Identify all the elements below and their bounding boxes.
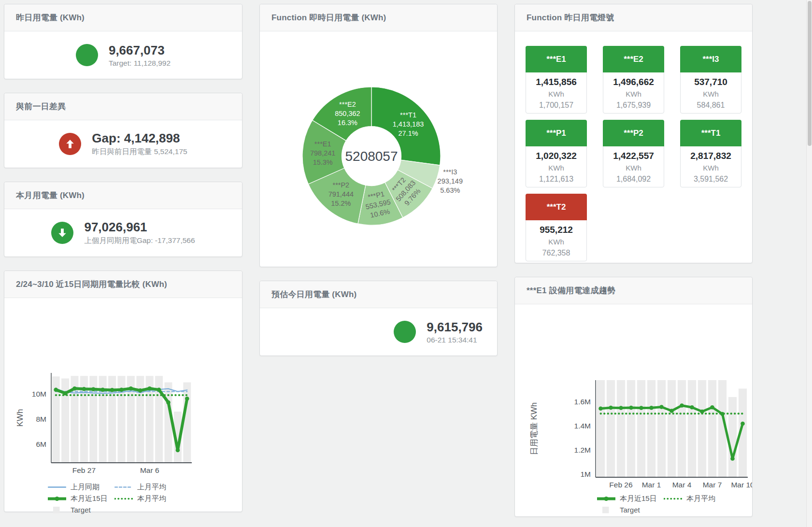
card-header: 2/24~3/10 近15日同期用電量比較 (KWh) [4, 271, 242, 298]
donut-label-line: 27.1% [398, 129, 418, 137]
legend-swatch-solid-icon [48, 484, 66, 491]
donut-label-line: ***I3 [443, 168, 457, 176]
tile-value: 1,422,557 [603, 150, 664, 162]
tile-value: 2,817,832 [681, 150, 741, 162]
tile-target-value: 584,861 [681, 100, 741, 111]
legend-label: 本月平均 [137, 494, 166, 503]
tile-target-value: 1,684,092 [603, 173, 664, 185]
tile-unit: KWh [681, 88, 741, 100]
target-bar [728, 397, 737, 477]
arrow-shape [67, 140, 74, 148]
scrollbar[interactable] [806, 0, 812, 527]
y-tick-label: 1M [580, 470, 591, 478]
chart-legend: 上月同期上月平均本月近15日本月平均Target [4, 478, 242, 514]
legend-swatch-thick-icon [48, 495, 66, 502]
kpi-subtitle: Target: 11,128,992 [109, 59, 171, 68]
donut-label-line: 15.3% [313, 158, 333, 166]
tile-label: ***T2 [526, 194, 587, 220]
legend-item-本月平均[interactable]: 本月平均 [664, 494, 730, 503]
chart-legend: 本月近15日本月平均Target [515, 490, 752, 514]
target-bar [647, 380, 655, 477]
energy-dashboard: 昨日用電量 (KWh) 9,667,073 Target: 11,128,992… [0, 0, 812, 527]
legend-item-Target[interactable]: Target [48, 506, 114, 514]
target-bar [688, 380, 696, 477]
donut-label-line: ***E2 [339, 100, 356, 108]
tile-unit: KWh [526, 162, 586, 173]
series-marker [176, 448, 180, 453]
series-marker [710, 405, 714, 410]
tile-body: 2,817,832KWh3,591,562 [681, 146, 741, 185]
tile-label: ***I3 [680, 46, 741, 72]
y-tick-label: 1.6M [574, 398, 591, 406]
x-tick-label: Feb 27 [72, 466, 96, 474]
kpi-value: Gap: 4,142,898 [92, 131, 187, 145]
target-bar [678, 380, 686, 477]
status-tile: ***P21,422,557KWh1,684,092 [603, 120, 664, 187]
tile-value: 1,020,322 [526, 150, 586, 162]
tile-value: 1,496,662 [603, 76, 664, 88]
legend-label: Target [620, 506, 640, 514]
series-marker [100, 388, 105, 392]
kpi-text: Gap: 4,142,898 昨日與前日用電量 5,524,175 [92, 131, 187, 157]
tile-unit: KWh [526, 236, 586, 247]
legend-item-上月同期[interactable]: 上月同期 [48, 483, 114, 492]
kpi-body: Gap: 4,142,898 昨日與前日用電量 5,524,175 [4, 120, 242, 168]
series-marker [741, 422, 745, 426]
legend-item-本月近15日[interactable]: 本月近15日 [597, 494, 664, 503]
donut-slice-label: ***I3293,1495.63% [438, 168, 463, 194]
kpi-body: 9,667,073 Target: 11,128,992 [4, 31, 242, 79]
card-title: Function 即時日用電量 (KWh) [271, 12, 386, 23]
kpi-text: 9,667,073 Target: 11,128,992 [109, 43, 171, 68]
legend-marker [55, 497, 59, 501]
status-tiles-grid: ***E11,415,856KWh1,700,157***E21,496,662… [515, 31, 752, 261]
tile-body: 537,710KWh584,861 [681, 72, 741, 111]
target-bar [698, 380, 706, 477]
left-column: 昨日用電量 (KWh) 9,667,073 Target: 11,128,992… [4, 4, 242, 526]
series-marker [639, 406, 643, 410]
legend-box [53, 507, 60, 513]
kpi-subtitle: 06-21 15:34:41 [427, 336, 483, 344]
status-circle-icon [394, 321, 416, 343]
legend-label: 上月平均 [137, 483, 166, 492]
up-arrow-glyph [64, 138, 76, 150]
kpi-subtitle: 上個月同期用電Gap: -17,377,566 [84, 236, 195, 246]
tile-unit: KWh [603, 88, 664, 100]
series-marker [147, 386, 152, 391]
donut-label-line: 5.63% [440, 186, 460, 194]
tile-body: 955,212KWh762,358 [526, 220, 586, 258]
x-tick-label: Mar 1 [642, 481, 661, 489]
compare-line-chart: 6M8M10MFeb 27Mar 6KWh [4, 298, 242, 478]
series-marker [166, 400, 171, 405]
card-today-estimate: 預估今日用電量 (KWh) 9,615,796 06-21 15:34:41 [259, 281, 498, 356]
donut-label-line: ***T1 [400, 111, 416, 119]
card-header: 本月用電量 (KWh) [4, 182, 242, 209]
donut-center-total: 5208057 [345, 149, 398, 164]
legend-item-本月近15日[interactable]: 本月近15日 [48, 494, 114, 503]
arrow-down-circle-icon [51, 222, 73, 244]
arrow-up-circle-icon [59, 133, 81, 155]
kpi-subtitle: 昨日與前日用電量 5,524,175 [92, 147, 187, 157]
card-title: 昨日用電量 (KWh) [16, 12, 85, 23]
series-marker [720, 412, 725, 416]
x-tick-label: Mar 6 [140, 466, 159, 474]
series-marker [598, 406, 603, 411]
scrollbar-thumb[interactable] [808, 1, 812, 146]
legend-item-本月平均[interactable]: 本月平均 [114, 494, 181, 503]
legend-item-上月平均[interactable]: 上月平均 [114, 483, 181, 492]
series-marker [670, 409, 674, 413]
card-header: 昨日用電量 (KWh) [4, 4, 242, 31]
kpi-value: 9,615,796 [427, 320, 483, 334]
legend-item-Target[interactable]: Target [597, 506, 664, 514]
card-month-usage: 本月用電量 (KWh) 97,026,961 上個月同期用電Gap: -17,3… [4, 182, 242, 257]
legend-label: 上月同期 [71, 483, 100, 492]
legend-swatch-thick-icon [597, 495, 615, 502]
donut-label-line: 791,444 [328, 190, 354, 198]
x-tick-label: Feb 26 [609, 481, 632, 489]
tile-unit: KWh [681, 162, 741, 173]
tile-target-value: 1,675,939 [603, 100, 664, 111]
series-marker [609, 406, 613, 410]
y-tick-label: 10M [32, 390, 46, 398]
y-tick-label: 8M [36, 415, 46, 423]
series-marker [659, 405, 664, 409]
tile-target-value: 1,121,613 [526, 173, 586, 185]
